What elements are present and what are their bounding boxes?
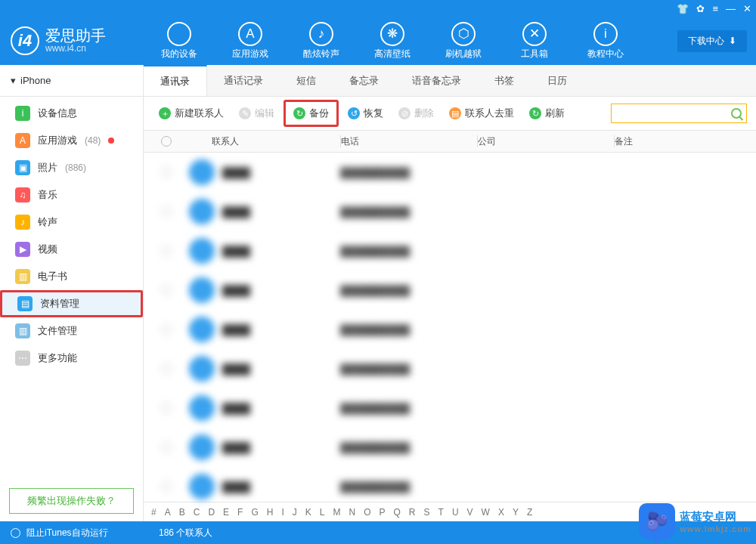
gear-icon[interactable]: ✿ xyxy=(696,4,705,14)
toolbar-联系人去重[interactable]: ▤联系人去重 xyxy=(443,104,520,123)
col-company[interactable]: 公司 xyxy=(478,135,614,148)
alpha-R[interactable]: R xyxy=(409,507,416,518)
device-name: iPhone xyxy=(20,75,51,86)
alpha-G[interactable]: G xyxy=(251,507,258,518)
close-icon[interactable]: ✕ xyxy=(743,4,751,14)
help-link[interactable]: 频繁出现操作失败？ xyxy=(9,488,134,514)
row-checkbox[interactable] xyxy=(161,246,172,256)
alpha-S[interactable]: S xyxy=(424,507,430,518)
table-row[interactable]: ██████████████ xyxy=(144,231,756,270)
alpha-L[interactable]: L xyxy=(320,507,325,518)
nav-1[interactable]: A应用游戏 xyxy=(215,22,286,60)
table-row[interactable]: ██████████████ xyxy=(144,349,756,388)
alpha-W[interactable]: W xyxy=(482,507,490,518)
alpha-T[interactable]: T xyxy=(438,507,444,518)
nav-5[interactable]: ✕工具箱 xyxy=(499,22,570,60)
alpha-P[interactable]: P xyxy=(380,507,386,518)
table-row[interactable]: ██████████████ xyxy=(144,153,756,192)
nav-label: 应用游戏 xyxy=(215,48,286,60)
alpha-J[interactable]: J xyxy=(293,507,297,518)
tshirt-icon[interactable]: 👕 xyxy=(677,4,689,14)
sidebar-item-3[interactable]: ♫音乐 xyxy=(0,181,143,209)
alpha-Q[interactable]: Q xyxy=(394,507,401,518)
table-row[interactable]: ██████████████ xyxy=(144,467,756,502)
nav-6[interactable]: i教程中心 xyxy=(570,22,641,60)
alpha-X[interactable]: X xyxy=(498,507,504,518)
tab-6[interactable]: 日历 xyxy=(531,65,584,96)
col-note[interactable]: 备注 xyxy=(615,135,756,148)
sidebar-item-8[interactable]: ▥文件管理 xyxy=(0,317,143,345)
alpha-C[interactable]: C xyxy=(194,507,200,518)
tabs: 通讯录通话记录短信备忘录语音备忘录书签日历 xyxy=(144,65,756,97)
alpha-B[interactable]: B xyxy=(179,507,185,518)
alpha-F[interactable]: F xyxy=(237,507,243,518)
nav-2[interactable]: ♪酷炫铃声 xyxy=(286,22,357,60)
table-row[interactable]: ██████████████ xyxy=(144,310,756,349)
alpha-#[interactable]: # xyxy=(151,507,156,518)
alpha-I[interactable]: I xyxy=(281,507,284,518)
alpha-N[interactable]: N xyxy=(349,507,355,518)
row-checkbox[interactable] xyxy=(161,324,172,335)
alpha-Y[interactable]: Y xyxy=(513,507,519,518)
toolbar-新建联系人[interactable]: ＋新建联系人 xyxy=(153,104,230,123)
alpha-A[interactable]: A xyxy=(165,507,171,518)
col-phone[interactable]: 电话 xyxy=(341,135,477,148)
tab-2[interactable]: 短信 xyxy=(280,65,333,96)
sidebar-item-1[interactable]: A应用游戏(48) xyxy=(0,127,143,154)
row-checkbox[interactable] xyxy=(161,206,172,217)
row-checkbox[interactable] xyxy=(161,403,172,413)
sidebar-item-5[interactable]: ▶视频 xyxy=(0,236,143,263)
tab-5[interactable]: 书签 xyxy=(478,65,531,96)
minimize-icon[interactable]: — xyxy=(726,4,736,14)
nav-icon: A xyxy=(238,22,262,46)
nav-3[interactable]: ❋高清壁纸 xyxy=(357,22,428,60)
sidebar-item-2[interactable]: ▣照片(886) xyxy=(0,154,143,181)
row-checkbox[interactable] xyxy=(161,285,172,295)
alpha-U[interactable]: U xyxy=(452,507,459,518)
sidebar-item-0[interactable]: i设备信息 xyxy=(0,100,143,127)
toolbar-恢复[interactable]: ↺恢复 xyxy=(342,104,389,123)
sidebar-item-6[interactable]: ▥电子书 xyxy=(0,263,143,290)
table-row[interactable]: ██████████████ xyxy=(144,270,756,310)
search-icon[interactable] xyxy=(731,108,742,119)
row-checkbox[interactable] xyxy=(161,442,172,453)
row-checkbox[interactable] xyxy=(161,363,172,374)
sidebar: ▾ iPhone i设备信息A应用游戏(48)▣照片(886)♫音乐♪铃声▶视频… xyxy=(0,65,144,521)
alpha-H[interactable]: H xyxy=(267,507,274,518)
menu-icon[interactable]: ≡ xyxy=(712,4,718,14)
tab-4[interactable]: 语音备忘录 xyxy=(395,65,478,96)
nav-0[interactable]: 我的设备 xyxy=(144,22,215,60)
alpha-E[interactable]: E xyxy=(223,507,229,518)
device-selector[interactable]: ▾ iPhone xyxy=(0,65,143,97)
sidebar-icon: ▶ xyxy=(15,242,30,257)
sidebar-item-9[interactable]: ⋯更多功能 xyxy=(0,345,143,372)
table-row[interactable]: ██████████████ xyxy=(144,192,756,231)
search-input[interactable] xyxy=(616,108,731,119)
tab-3[interactable]: 备忘录 xyxy=(333,65,395,96)
sidebar-item-4[interactable]: ♪铃声 xyxy=(0,209,143,236)
row-checkbox[interactable] xyxy=(161,167,172,178)
col-contact[interactable]: 联系人 xyxy=(189,135,340,148)
tab-0[interactable]: 通讯录 xyxy=(144,65,207,96)
alpha-K[interactable]: K xyxy=(305,507,311,518)
select-all-checkbox[interactable] xyxy=(161,136,172,147)
table-row[interactable]: ██████████████ xyxy=(144,388,756,428)
sidebar-item-7[interactable]: ▤资料管理 xyxy=(0,290,143,317)
nav-4[interactable]: ⬡刷机越狱 xyxy=(428,22,499,60)
alpha-D[interactable]: D xyxy=(208,507,215,518)
avatar xyxy=(189,277,215,303)
logo-cn: 爱思助手 xyxy=(45,27,106,44)
table-row[interactable]: ██████████████ xyxy=(144,428,756,467)
download-center-button[interactable]: 下载中心 ⬇ xyxy=(677,30,747,52)
itunes-block-toggle[interactable] xyxy=(11,528,20,538)
row-checkbox[interactable] xyxy=(161,481,172,492)
search-box[interactable] xyxy=(611,104,747,123)
alpha-M[interactable]: M xyxy=(333,507,340,518)
toolbar-备份[interactable]: ↻备份 xyxy=(284,100,339,127)
tab-1[interactable]: 通话记录 xyxy=(207,65,280,96)
alpha-O[interactable]: O xyxy=(364,507,370,518)
alpha-V[interactable]: V xyxy=(467,507,473,518)
sidebar-label: 铃声 xyxy=(38,215,57,229)
alpha-Z[interactable]: Z xyxy=(527,507,532,518)
toolbar-刷新[interactable]: ↻刷新 xyxy=(523,104,571,123)
